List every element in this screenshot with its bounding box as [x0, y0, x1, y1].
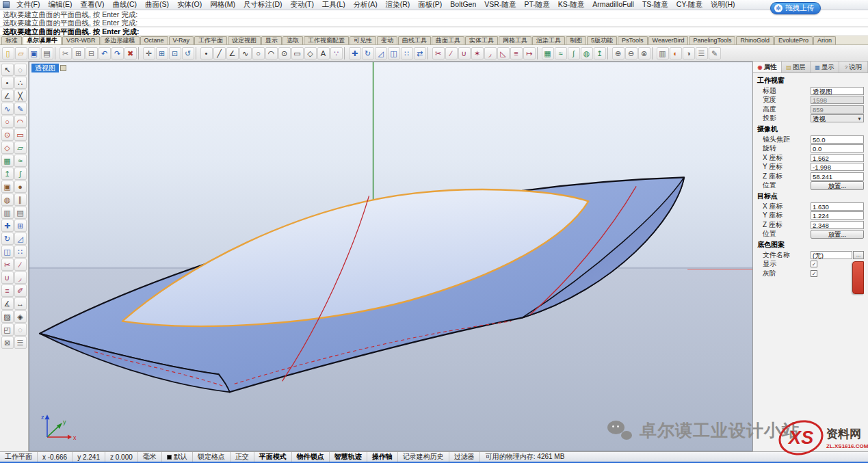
- tool-extend-icon[interactable]: ↦: [523, 47, 536, 59]
- sidebar-line-segments-icon[interactable]: ╳: [14, 90, 27, 102]
- menu-item-17[interactable]: KS-随意: [554, 0, 589, 10]
- status-toggle-filter[interactable]: 过滤器: [449, 452, 480, 462]
- toolbar-tab-16[interactable]: 实体工具: [465, 36, 498, 44]
- camera-x-field[interactable]: 1.562: [811, 154, 864, 162]
- toolbar-tab-10[interactable]: 选取: [282, 36, 303, 44]
- sidebar-surface-icon[interactable]: ▦: [1, 155, 14, 167]
- sidebar-curve-icon[interactable]: ∿: [1, 103, 14, 115]
- wallpaper-file-browse-button[interactable]: ...: [853, 251, 864, 259]
- sidebar-select-icon[interactable]: ↖: [1, 64, 14, 76]
- tool-move-icon[interactable]: ✚: [349, 47, 361, 59]
- sidebar-lock-icon[interactable]: ⊠: [1, 336, 14, 349]
- panel-tab-properties[interactable]: ◉属性: [753, 62, 782, 72]
- panel-tab-help[interactable]: ?说明: [839, 62, 868, 72]
- toolbar-tab-4[interactable]: 多边形建模: [101, 36, 140, 44]
- status-toggle-gumball[interactable]: 操作轴: [367, 452, 398, 462]
- tool-polyline-icon[interactable]: ∠: [226, 47, 239, 59]
- menu-item-12[interactable]: 渲染(R): [382, 0, 415, 10]
- menu-item-5[interactable]: 曲面(S): [141, 0, 173, 10]
- tool-scale-icon[interactable]: ◿: [375, 47, 387, 59]
- menu-item-3[interactable]: 查看(V): [76, 0, 108, 10]
- toolbar-tab-6[interactable]: V-Ray: [169, 36, 194, 44]
- menu-item-7[interactable]: 网格(M): [206, 0, 239, 10]
- tool-cut-icon[interactable]: ✂: [60, 47, 72, 59]
- status-toggle-ortho[interactable]: 正交: [231, 452, 254, 462]
- menu-item-15[interactable]: VSR-随意: [480, 0, 520, 10]
- tool-arc-icon[interactable]: ◠: [265, 47, 278, 59]
- toolbar-tab-1[interactable]: 标准: [1, 36, 22, 44]
- sidebar-plane-icon[interactable]: ▱: [14, 142, 27, 154]
- sidebar-scale-icon[interactable]: ◿: [14, 233, 27, 245]
- toolbar-tab-25[interactable]: EvolutePro: [774, 36, 813, 44]
- tool-revolve-icon[interactable]: ◍: [581, 47, 593, 59]
- title-field[interactable]: 透视图: [811, 87, 864, 95]
- sidebar-hatch-icon[interactable]: ▨: [1, 310, 14, 323]
- sidebar-handle-curve-icon[interactable]: ✎: [14, 103, 27, 115]
- target-x-field[interactable]: 1.630: [811, 202, 864, 211]
- sidebar-polyline-icon[interactable]: ∠: [1, 90, 14, 102]
- tool-undo-icon[interactable]: ↶: [98, 47, 111, 59]
- menu-item-16[interactable]: PT-随意: [520, 0, 553, 10]
- tool-zoom-extents-icon[interactable]: ⊡: [169, 47, 181, 59]
- tool-open-file-icon[interactable]: ▱: [15, 47, 27, 59]
- viewport-title-label[interactable]: 透视图: [31, 64, 59, 72]
- layer-indicator[interactable]: 默认: [162, 452, 193, 462]
- toolbar-tab-19[interactable]: 制图: [566, 36, 586, 44]
- status-toggle-smarttrack[interactable]: 智慧轨迹: [330, 452, 367, 462]
- camera-y-field[interactable]: -1.998: [811, 163, 864, 171]
- sidebar-point-icon[interactable]: •: [1, 77, 14, 89]
- sidebar-analyze-icon[interactable]: ∡: [1, 297, 14, 310]
- sidebar-ellipse-icon[interactable]: ⊙: [1, 129, 14, 141]
- tool-offset-icon[interactable]: ≡: [510, 47, 523, 59]
- tool-mirror-icon[interactable]: ◫: [388, 47, 400, 59]
- toolbar-tab-14[interactable]: 曲线工具: [398, 36, 431, 44]
- toolbar-tab-26[interactable]: Arion: [813, 36, 836, 44]
- tool-layers-icon[interactable]: ☰: [696, 47, 708, 59]
- sidebar-block-icon[interactable]: ◈: [14, 310, 27, 323]
- tool-text-tool-icon[interactable]: A: [317, 47, 330, 59]
- tool-boolean-difference-icon[interactable]: ⊖: [625, 47, 637, 59]
- tool-point-icon[interactable]: •: [200, 47, 213, 59]
- toolbar-tab-18[interactable]: 渲染工具: [532, 36, 565, 44]
- toolbar-tab-8[interactable]: 设定视图: [228, 36, 261, 44]
- toolbar-tab-2[interactable]: 卓尔谟犀牛: [23, 36, 62, 44]
- menu-item-13[interactable]: 面板(P): [414, 0, 446, 10]
- upload-button[interactable]: ✻ 拖拽上传: [770, 2, 821, 14]
- menu-item-18[interactable]: ArmadilloFull: [588, 0, 638, 10]
- panel-tab-display[interactable]: ▦显示: [811, 62, 839, 72]
- menu-item-19[interactable]: TS-随意: [638, 0, 672, 10]
- tool-shaded-view-icon[interactable]: ◑: [683, 47, 695, 59]
- tool-trim-icon[interactable]: ✂: [432, 47, 445, 59]
- menu-item-14[interactable]: BoltGen: [446, 0, 480, 10]
- tool-circle-icon[interactable]: ○: [252, 47, 265, 59]
- sidebar-rectangle-icon[interactable]: ▭: [14, 129, 27, 141]
- sidebar-split-icon[interactable]: ∕: [14, 259, 27, 271]
- target-place-button[interactable]: 放置...: [811, 230, 864, 239]
- sidebar-sweep-icon[interactable]: ∫: [14, 168, 27, 180]
- tool-copy-icon[interactable]: ⊞: [73, 47, 85, 59]
- toolbar-tab-22[interactable]: WeaverBird: [648, 36, 689, 44]
- tool-rotate-icon[interactable]: ↻: [362, 47, 374, 59]
- sidebar-loft-icon[interactable]: ≈: [14, 155, 27, 167]
- rotation-field[interactable]: 0.0: [811, 144, 864, 153]
- sidebar-cylinder-icon[interactable]: ◍: [1, 194, 14, 206]
- target-y-field[interactable]: 1.224: [811, 211, 864, 220]
- sidebar-layer-icon[interactable]: ☰: [14, 336, 27, 349]
- app-icon[interactable]: [3, 1, 10, 8]
- sidebar-copy-icon[interactable]: ⊞: [14, 220, 27, 232]
- viewport-title[interactable]: 透视图: [31, 64, 66, 72]
- tool-zoom-window-icon[interactable]: ⊞: [156, 47, 168, 59]
- panel-tab-layers[interactable]: ▤图层: [782, 62, 811, 72]
- menu-item-20[interactable]: CY-随意: [672, 0, 707, 10]
- status-toggle-record-history[interactable]: 记录建构历史: [398, 452, 449, 462]
- tool-loft-icon[interactable]: ≈: [555, 47, 567, 59]
- tool-orient-icon[interactable]: ⇄: [414, 47, 426, 59]
- menu-item-21[interactable]: 说明(H): [707, 0, 739, 10]
- wallpaper-gray-checkbox[interactable]: ✓: [811, 270, 817, 277]
- tool-explode-icon[interactable]: ✶: [471, 47, 484, 59]
- status-toggle-planar[interactable]: 平面模式: [254, 452, 292, 462]
- sidebar-mesh-icon[interactable]: ▥: [1, 207, 14, 219]
- sidebar-rotate-icon[interactable]: ↻: [1, 233, 14, 245]
- tool-boolean-union-icon[interactable]: ⊕: [612, 47, 624, 59]
- camera-z-field[interactable]: 58.241: [811, 172, 864, 181]
